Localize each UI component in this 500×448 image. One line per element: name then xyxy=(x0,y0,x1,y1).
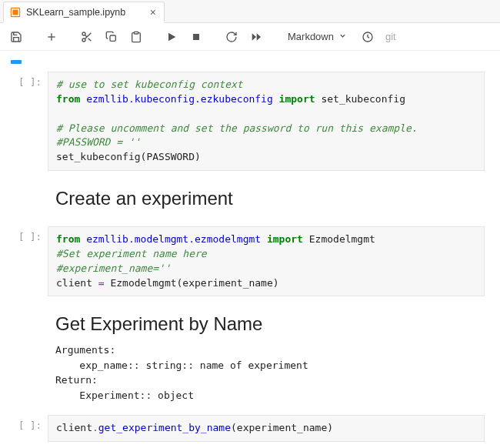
cell-type-dropdown[interactable]: Markdown xyxy=(285,29,350,44)
toolbar: Markdown git xyxy=(0,23,500,51)
svg-line-7 xyxy=(88,38,92,41)
notebook-icon xyxy=(10,7,21,18)
collapse-indicator[interactable] xyxy=(11,60,22,64)
svg-rect-10 xyxy=(134,32,138,34)
cell-type-label: Markdown xyxy=(288,31,334,42)
markdown-cell[interactable]: Create an experiment xyxy=(0,176,492,222)
markdown-output: Create an experiment xyxy=(48,177,485,220)
svg-line-8 xyxy=(85,35,87,37)
svg-marker-14 xyxy=(257,33,261,40)
cell-prompt-empty xyxy=(0,303,48,307)
cell-prompt: [ ]: xyxy=(0,72,48,88)
fast-forward-button[interactable] xyxy=(249,30,263,44)
chevron-down-icon xyxy=(338,31,347,42)
cell-prompt-empty xyxy=(0,177,48,182)
code-cell[interactable]: [ ]: from ezmllib.modelmgmt.ezmodelmgmt … xyxy=(0,225,492,298)
code-input[interactable]: client.get_experiment_by_name(experiment… xyxy=(48,415,485,442)
cut-button[interactable] xyxy=(80,30,94,44)
code-input[interactable]: # use to set kubeconfig context from ezm… xyxy=(48,72,485,171)
svg-rect-9 xyxy=(110,35,115,41)
markdown-output: Get Experiment by Name Arguments: exp_na… xyxy=(48,303,485,409)
stop-button[interactable] xyxy=(189,30,203,44)
paste-button[interactable] xyxy=(129,30,143,44)
git-label[interactable]: git xyxy=(385,31,396,42)
close-icon[interactable]: × xyxy=(150,7,156,18)
kernel-status-icon[interactable] xyxy=(361,30,375,44)
run-button[interactable] xyxy=(165,30,178,44)
heading-create-experiment: Create an experiment xyxy=(55,188,477,209)
svg-point-4 xyxy=(82,32,85,35)
svg-marker-11 xyxy=(168,32,175,41)
svg-point-5 xyxy=(82,38,85,42)
code-cell[interactable]: [ ]: # use to set kubeconfig context fro… xyxy=(0,70,492,172)
markdown-cell[interactable]: Get Experiment by Name Arguments: exp_na… xyxy=(0,301,492,410)
notebook-body: [ ]: # use to set kubeconfig context fro… xyxy=(0,51,500,448)
svg-marker-13 xyxy=(252,33,256,40)
restart-button[interactable] xyxy=(225,30,238,44)
svg-rect-1 xyxy=(13,9,18,15)
cell-prompt: [ ]: xyxy=(0,226,48,242)
notebook-tab[interactable]: SKLearn_sample.ipynb × xyxy=(3,2,165,23)
code-input[interactable]: from ezmllib.modelmgmt.ezmodelmgmt impor… xyxy=(48,226,485,296)
tab-title: SKLearn_sample.ipynb xyxy=(26,7,125,18)
heading-get-experiment: Get Experiment by Name xyxy=(55,313,477,335)
save-button[interactable] xyxy=(9,30,23,44)
code-cell[interactable]: [ ]: client.get_experiment_by_name(exper… xyxy=(0,413,492,443)
copy-button[interactable] xyxy=(105,30,118,44)
cell-prompt: [ ]: xyxy=(0,415,48,431)
insert-cell-button[interactable] xyxy=(45,30,58,44)
tab-bar: SKLearn_sample.ipynb × xyxy=(0,0,500,23)
svg-rect-12 xyxy=(193,34,199,40)
docstring-block: Arguments: exp_name:: string:: name of e… xyxy=(55,343,477,403)
